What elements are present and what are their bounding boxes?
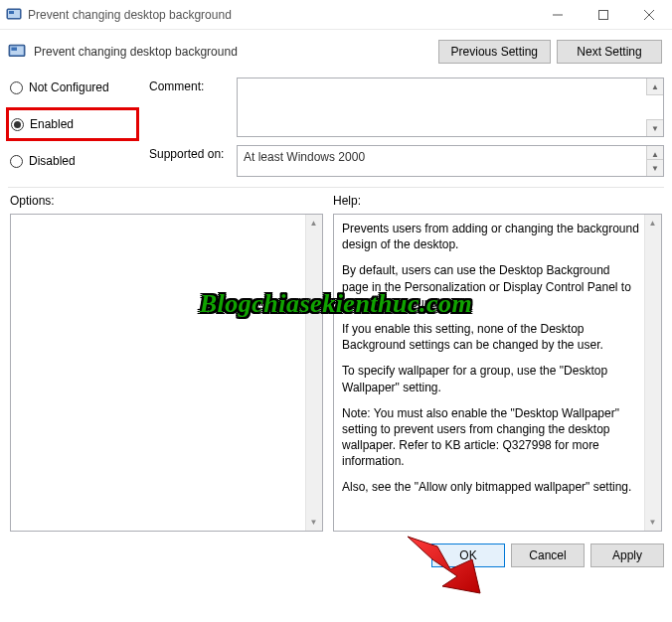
divider (8, 187, 664, 188)
comment-row: Comment: ▲ ▼ (149, 78, 664, 137)
window-title: Prevent changing desktop background (28, 8, 535, 22)
apply-button[interactable]: Apply (590, 544, 664, 567)
supported-on-value-box: At least Windows 2000 ▲ ▼ (237, 145, 664, 177)
scroll-up-icon[interactable]: ▲ (305, 215, 322, 232)
scroll-down-icon[interactable]: ▼ (646, 159, 663, 176)
radio-label: Enabled (30, 117, 74, 131)
cancel-button[interactable]: Cancel (511, 544, 585, 567)
comment-label: Comment: (149, 78, 229, 137)
svg-rect-2 (9, 11, 14, 14)
help-paragraph: Prevents users from adding or changing t… (342, 221, 639, 252)
help-paragraph: By default, users can use the Desktop Ba… (342, 262, 639, 311)
header-title: Prevent changing desktop background (34, 45, 430, 59)
help-paragraph: Note: You must also enable the "Desktop … (342, 405, 639, 470)
config-area: Not Configured Enabled Disabled Comment:… (0, 78, 672, 177)
next-setting-button[interactable]: Next Setting (557, 40, 662, 64)
supported-on-label: Supported on: (149, 145, 229, 177)
pane-labels: Options: Help: (0, 194, 672, 208)
radio-icon (11, 118, 24, 131)
titlebar: Prevent changing desktop background (0, 0, 672, 30)
scroll-up-icon[interactable]: ▲ (644, 215, 661, 232)
help-pane[interactable]: Prevents users from adding or changing t… (333, 214, 662, 532)
supported-on-value: At least Windows 2000 (244, 150, 365, 164)
close-button[interactable] (626, 0, 672, 30)
app-icon (6, 7, 22, 23)
maximize-button[interactable] (581, 0, 626, 30)
fields-column: Comment: ▲ ▼ Supported on: At least Wind… (149, 78, 664, 177)
help-label: Help: (333, 194, 361, 208)
ok-button[interactable]: OK (431, 544, 505, 567)
help-paragraph: To specify wallpaper for a group, use th… (342, 363, 639, 394)
svg-rect-9 (11, 48, 17, 51)
svg-rect-4 (599, 11, 608, 20)
scroll-up-icon[interactable]: ▲ (646, 78, 663, 95)
radio-not-configured[interactable]: Not Configured (10, 78, 139, 97)
comment-textarea[interactable]: ▲ ▼ (237, 78, 664, 137)
scroll-down-icon[interactable]: ▼ (305, 514, 322, 531)
window-controls (535, 0, 672, 29)
radio-disabled[interactable]: Disabled (10, 151, 139, 171)
panes: ▲ ▼ Prevents users from adding or changi… (0, 208, 672, 538)
options-label: Options: (10, 194, 323, 208)
radio-icon (10, 155, 23, 168)
radio-label: Disabled (29, 154, 76, 168)
state-radio-group: Not Configured Enabled Disabled (10, 78, 139, 177)
selected-highlight: Enabled (6, 107, 139, 141)
radio-label: Not Configured (29, 80, 109, 94)
header-row: Prevent changing desktop background Prev… (0, 30, 672, 78)
help-paragraph: Also, see the "Allow only bitmapped wall… (342, 479, 639, 495)
help-paragraph: If you enable this setting, none of the … (342, 321, 639, 353)
policy-icon (8, 43, 26, 61)
scroll-down-icon[interactable]: ▼ (646, 119, 663, 136)
previous-setting-button[interactable]: Previous Setting (438, 40, 551, 64)
options-pane[interactable]: ▲ ▼ (10, 214, 323, 532)
minimize-button[interactable] (535, 0, 581, 30)
radio-enabled[interactable]: Enabled (11, 114, 130, 134)
supported-row: Supported on: At least Windows 2000 ▲ ▼ (149, 145, 664, 177)
scrollbar[interactable] (644, 215, 661, 531)
radio-icon (10, 81, 23, 94)
scrollbar[interactable] (305, 215, 322, 531)
footer-buttons: OK Cancel Apply (0, 538, 672, 575)
scroll-down-icon[interactable]: ▼ (644, 514, 661, 531)
